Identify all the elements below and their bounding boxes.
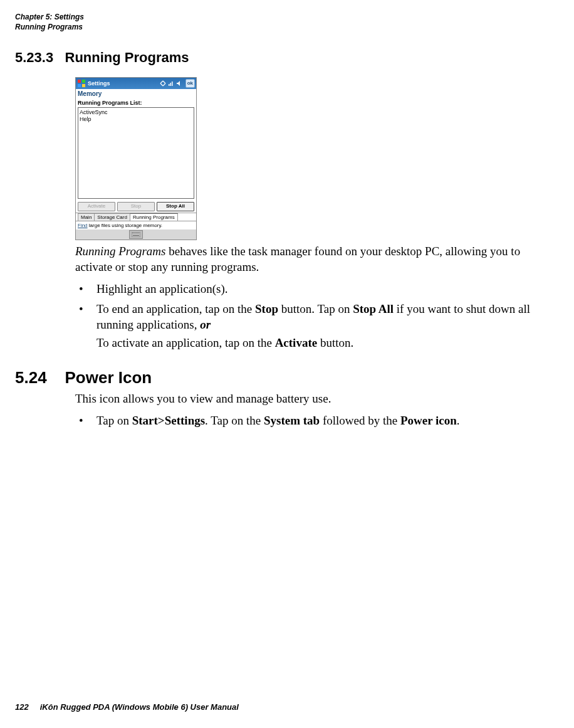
bold-stop: Stop [255,302,278,315]
text-fragment: To end an application, tap on the [97,302,255,315]
bold-stop-all: Stop All [353,302,394,315]
speaker-icon[interactable] [175,80,183,87]
manual-title: iKôn Rugged PDA (Windows Mobile 6) User … [40,702,239,712]
connectivity-icon[interactable] [159,80,167,87]
svg-rect-9 [132,233,133,233]
heading-5-23-3: 5.23.3 Running Programs [15,50,559,66]
list-item[interactable]: ActiveSync [80,109,192,116]
titlebar: Settings ok [76,78,196,89]
svg-rect-11 [135,233,135,233]
chapter-header: Chapter 5: Settings [15,13,559,23]
svg-rect-13 [137,233,138,233]
power-icon-intro: This icon allows you to view and manage … [75,391,553,407]
bold-power-icon: Power icon [400,414,457,427]
svg-rect-12 [136,233,137,233]
svg-marker-7 [177,81,180,86]
svg-rect-15 [133,235,139,236]
svg-rect-0 [78,80,81,83]
text-fragment: . Tap on the [205,414,264,427]
running-programs-list[interactable]: ActiveSync Help [78,107,194,199]
bold-activate: Activate [275,336,318,349]
svg-rect-4 [169,84,170,86]
stop-button[interactable]: Stop [117,202,155,211]
bullet-stop-activate: To end an application, tap on the Stop b… [75,302,553,351]
bullet-power-steps: Tap on Start>Settings. Tap on the System… [75,413,553,429]
page-number: 122 [15,702,29,712]
memory-label: Memory [76,89,196,98]
find-row: Find large files using storage memory. [76,221,196,229]
heading-title: Power Icon [65,368,152,387]
bold-start-settings: Start>Settings [132,414,205,427]
bold-or: or [200,318,211,331]
find-link[interactable]: Find [78,223,88,228]
section-header: Running Programs [15,23,559,33]
ok-button[interactable]: ok [185,79,195,88]
svg-rect-6 [172,82,173,86]
heading-number: 5.24 [15,368,47,387]
window-title: Settings [88,80,157,87]
tab-running-programs[interactable]: Running Programs [130,213,178,221]
list-label: Running Programs List: [76,98,196,107]
sip-bar [76,229,196,240]
svg-rect-2 [78,84,81,87]
tab-storage-card[interactable]: Storage Card [94,213,130,221]
heading-5-24: 5.24 Power Icon [15,368,559,388]
svg-rect-3 [82,84,85,87]
screenshot-running-programs: Settings ok Memory Running Programs List… [75,77,197,240]
heading-title: Running Programs [65,50,189,65]
list-item[interactable]: Help [80,116,192,123]
tab-main[interactable]: Main [78,213,95,221]
svg-rect-10 [133,233,134,233]
signal-icon[interactable] [167,80,175,87]
text-fragment: followed by the [320,414,400,427]
em-running-programs: Running Programs [75,245,165,258]
stop-all-button[interactable]: Stop All [157,202,194,211]
heading-number: 5.23.3 [15,50,53,65]
text-fragment: button. [317,336,353,349]
start-icon[interactable] [77,79,86,88]
text-fragment: Tap on [97,414,132,427]
tab-row: Main Storage Card Running Programs [76,213,196,221]
svg-rect-14 [138,233,139,233]
find-text: large files using storage memory. [88,223,162,228]
running-programs-intro: Running Programs behaves like the task m… [75,244,553,275]
text-fragment: button. Tap on [278,302,353,315]
bold-system-tab: System tab [264,414,320,427]
keyboard-icon[interactable] [129,230,143,239]
activate-button[interactable]: Activate [78,202,115,211]
svg-rect-5 [170,83,171,86]
text-fragment: . [457,414,460,427]
bullet-highlight: Highlight an application(s). [75,282,553,297]
page-footer: 122iKôn Rugged PDA (Windows Mobile 6) Us… [15,702,239,712]
svg-rect-1 [82,80,85,83]
text-fragment: To activate an application, tap on the [97,336,275,349]
